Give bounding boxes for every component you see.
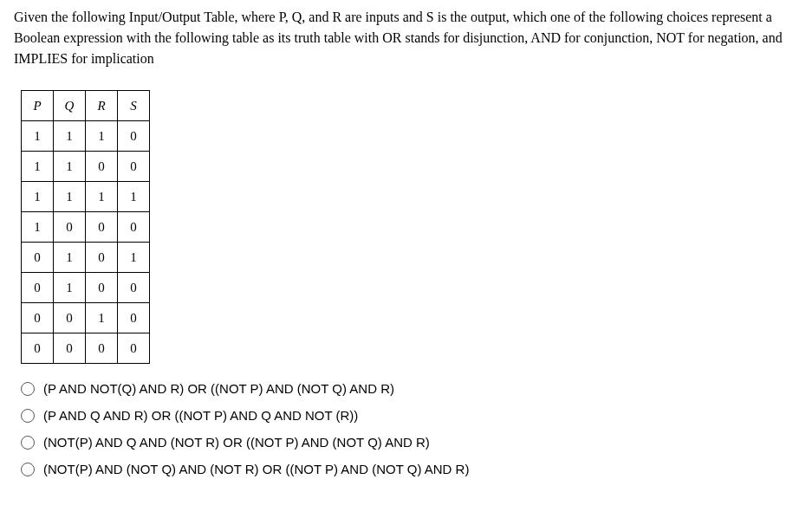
table-row: 1 1 1 1 xyxy=(22,182,150,212)
table-cell: 0 xyxy=(118,152,150,182)
table-cell: 1 xyxy=(22,212,54,243)
table-row: 1 0 0 0 xyxy=(22,212,150,243)
table-row: 1 1 0 0 xyxy=(22,152,150,182)
table-cell: 0 xyxy=(118,333,150,364)
table-cell: 1 xyxy=(54,182,86,212)
table-cell: 1 xyxy=(54,243,86,273)
table-row: 0 1 0 0 xyxy=(22,273,150,303)
radio-icon[interactable] xyxy=(21,409,35,423)
table-cell: 1 xyxy=(22,182,54,212)
table-cell: 0 xyxy=(22,303,54,333)
choice-option[interactable]: (NOT(P) AND (NOT Q) AND (NOT R) OR ((NOT… xyxy=(21,462,798,476)
table-cell: 0 xyxy=(22,333,54,364)
table-cell: 0 xyxy=(118,303,150,333)
table-cell: 1 xyxy=(22,152,54,182)
table-cell: 1 xyxy=(22,121,54,152)
table-cell: 0 xyxy=(86,152,118,182)
table-cell: 0 xyxy=(86,243,118,273)
question-text: Given the following Input/Output Table, … xyxy=(14,7,798,69)
table-cell: 1 xyxy=(86,303,118,333)
truth-table: P Q R S 1 1 1 0 1 1 0 0 1 1 1 1 1 0 0 0 … xyxy=(21,90,150,364)
table-cell: 0 xyxy=(86,212,118,243)
table-row: 0 1 0 1 xyxy=(22,243,150,273)
choice-label: (NOT(P) AND (NOT Q) AND (NOT R) OR ((NOT… xyxy=(43,462,469,476)
table-cell: 1 xyxy=(118,182,150,212)
choice-label: (NOT(P) AND Q AND (NOT R) OR ((NOT P) AN… xyxy=(43,435,430,450)
table-cell: 0 xyxy=(22,273,54,303)
radio-icon[interactable] xyxy=(21,463,35,476)
table-cell: 0 xyxy=(54,212,86,243)
choice-option[interactable]: (P AND NOT(Q) AND R) OR ((NOT P) AND (NO… xyxy=(21,381,798,396)
table-cell: 1 xyxy=(54,273,86,303)
table-row: 0 0 0 0 xyxy=(22,333,150,364)
table-cell: 0 xyxy=(118,121,150,152)
table-cell: 0 xyxy=(54,333,86,364)
table-cell: 0 xyxy=(86,333,118,364)
table-header: Q xyxy=(54,91,86,121)
table-cell: 1 xyxy=(86,121,118,152)
table-cell: 0 xyxy=(54,303,86,333)
table-cell: 1 xyxy=(54,152,86,182)
choice-label: (P AND NOT(Q) AND R) OR ((NOT P) AND (NO… xyxy=(43,381,394,396)
table-cell: 0 xyxy=(118,212,150,243)
table-header-row: P Q R S xyxy=(22,91,150,121)
table-cell: 0 xyxy=(86,273,118,303)
table-cell: 0 xyxy=(22,243,54,273)
table-row: 1 1 1 0 xyxy=(22,121,150,152)
table-cell: 0 xyxy=(118,273,150,303)
table-header: R xyxy=(86,91,118,121)
table-header: S xyxy=(118,91,150,121)
choice-option[interactable]: (P AND Q AND R) OR ((NOT P) AND Q AND NO… xyxy=(21,408,798,423)
table-row: 0 0 1 0 xyxy=(22,303,150,333)
choice-label: (P AND Q AND R) OR ((NOT P) AND Q AND NO… xyxy=(43,408,358,423)
table-cell: 1 xyxy=(54,121,86,152)
radio-icon[interactable] xyxy=(21,436,35,450)
choices-list: (P AND NOT(Q) AND R) OR ((NOT P) AND (NO… xyxy=(21,381,798,476)
table-cell: 1 xyxy=(118,243,150,273)
radio-icon[interactable] xyxy=(21,382,35,396)
table-cell: 1 xyxy=(86,182,118,212)
choice-option[interactable]: (NOT(P) AND Q AND (NOT R) OR ((NOT P) AN… xyxy=(21,435,798,450)
table-header: P xyxy=(22,91,54,121)
